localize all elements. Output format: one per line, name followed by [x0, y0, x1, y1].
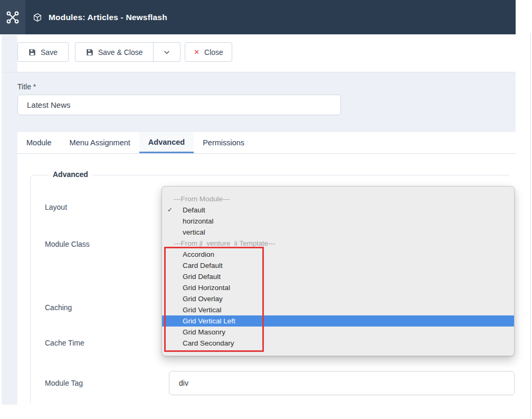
admin-header-bar: Modules: Articles - Newsflash — [0, 0, 516, 34]
save-options-dropdown-toggle[interactable] — [153, 43, 180, 61]
option-group-from-module: ---From Module--- — [162, 193, 514, 204]
option-vertical[interactable]: vertical — [162, 227, 514, 238]
tab-menu-assignment[interactable]: Menu Assignment — [61, 132, 139, 153]
title-input[interactable] — [17, 95, 341, 115]
tab-permissions[interactable]: Permissions — [194, 132, 253, 153]
field-label-module-class: Module Class — [45, 240, 90, 248]
save-icon — [28, 49, 36, 56]
close-x-icon: ✕ — [194, 49, 200, 55]
field-label-module-tag: Module Tag — [45, 379, 83, 387]
option-label: vertical — [183, 228, 205, 236]
field-label-cache-time: Cache Time — [45, 339, 84, 347]
close-button-label: Close — [204, 48, 223, 57]
option-horizontal[interactable]: horizontal — [162, 216, 514, 227]
close-button[interactable]: ✕ Close — [185, 42, 232, 62]
option-label: horizontal — [183, 217, 214, 225]
title-field-label: Title * — [17, 82, 36, 91]
save-button-label: Save — [41, 48, 58, 57]
field-label-layout: Layout — [45, 203, 67, 211]
page-title: Modules: Articles - Newsflash — [49, 13, 167, 22]
module-tag-value: div — [179, 379, 188, 387]
check-mark-icon: ✓ — [167, 204, 173, 216]
tab-module[interactable]: Module — [17, 132, 61, 153]
chevron-down-icon — [163, 49, 170, 56]
save-and-close-button[interactable]: Save & Close — [75, 43, 153, 61]
option-default[interactable]: ✓Default — [162, 204, 514, 216]
save-button[interactable]: Save — [17, 42, 69, 62]
joomla-logo-icon — [6, 11, 20, 24]
tab-advanced[interactable]: Advanced — [139, 132, 194, 153]
option-label: ---From jl_venture_ii Template--- — [174, 239, 276, 247]
save-and-close-label: Save & Close — [98, 48, 143, 57]
joomla-module-edit-page: Modules: Articles - Newsflash Save Save … — [0, 0, 532, 419]
save-icon — [86, 49, 93, 56]
field-label-caching: Caching — [45, 304, 72, 311]
advanced-fieldset-legend: Advanced — [49, 170, 92, 179]
page-background-strip — [2, 35, 17, 405]
window-edge-line — [530, 33, 531, 419]
tab-bar: ModuleMenu AssignmentAdvancedPermissions — [17, 132, 516, 154]
option-label: Default — [183, 206, 205, 214]
module-tag-select[interactable]: div — [169, 371, 515, 395]
annotation-red-rectangle — [164, 247, 264, 352]
option-label: ---From Module--- — [174, 195, 230, 203]
cube-icon — [33, 13, 42, 22]
save-close-button-group: Save & Close — [75, 42, 180, 62]
joomla-logo[interactable] — [0, 0, 25, 34]
